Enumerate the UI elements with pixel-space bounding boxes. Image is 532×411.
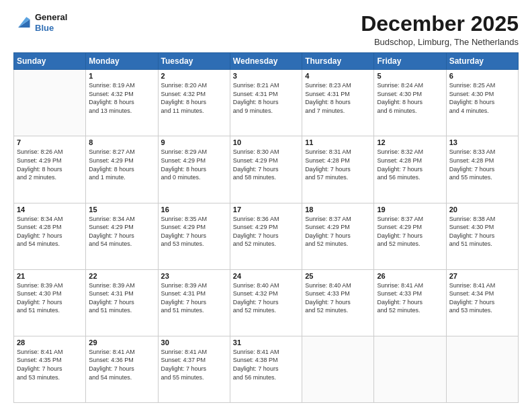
calendar-cell: 18Sunrise: 8:37 AM Sunset: 4:29 PM Dayli… [302,203,374,269]
day-number: 29 [89,338,154,347]
day-number: 7 [17,138,83,146]
calendar-week-row: 7Sunrise: 8:26 AM Sunset: 4:29 PM Daylig… [14,136,519,203]
calendar-cell: 16Sunrise: 8:35 AM Sunset: 4:29 PM Dayli… [158,203,230,269]
day-number: 6 [449,72,515,80]
day-info: Sunrise: 8:38 AM Sunset: 4:30 PM Dayligh… [449,215,515,248]
calendar-cell: 3Sunrise: 8:21 AM Sunset: 4:31 PM Daylig… [230,70,302,136]
day-number: 23 [161,272,227,280]
calendar-cell: 25Sunrise: 8:40 AM Sunset: 4:33 PM Dayli… [302,269,374,336]
calendar-cell: 12Sunrise: 8:32 AM Sunset: 4:28 PM Dayli… [374,136,446,203]
day-info: Sunrise: 8:41 AM Sunset: 4:35 PM Dayligh… [17,348,83,381]
month-title: December 2025 [361,12,519,36]
calendar-cell: 17Sunrise: 8:36 AM Sunset: 4:29 PM Dayli… [230,203,302,269]
day-number: 21 [17,272,83,280]
day-number: 17 [233,205,299,214]
day-info: Sunrise: 8:24 AM Sunset: 4:30 PM Dayligh… [377,81,443,115]
day-info: Sunrise: 8:33 AM Sunset: 4:28 PM Dayligh… [449,148,515,181]
day-number: 22 [89,272,154,280]
day-info: Sunrise: 8:27 AM Sunset: 4:29 PM Dayligh… [89,148,154,181]
calendar-cell [302,336,374,402]
calendar-cell [446,336,518,402]
calendar-cell: 10Sunrise: 8:30 AM Sunset: 4:29 PM Dayli… [230,136,302,203]
calendar-week-row: 14Sunrise: 8:34 AM Sunset: 4:28 PM Dayli… [14,203,519,269]
day-info: Sunrise: 8:39 AM Sunset: 4:31 PM Dayligh… [89,281,154,315]
day-info: Sunrise: 8:39 AM Sunset: 4:30 PM Dayligh… [17,281,83,315]
day-info: Sunrise: 8:41 AM Sunset: 4:34 PM Dayligh… [449,281,515,315]
calendar-cell: 19Sunrise: 8:37 AM Sunset: 4:29 PM Dayli… [374,203,446,269]
calendar-cell: 20Sunrise: 8:38 AM Sunset: 4:30 PM Dayli… [446,203,518,269]
day-info: Sunrise: 8:34 AM Sunset: 4:28 PM Dayligh… [17,215,83,248]
calendar-cell: 9Sunrise: 8:29 AM Sunset: 4:29 PM Daylig… [158,136,230,203]
calendar-cell: 24Sunrise: 8:40 AM Sunset: 4:32 PM Dayli… [230,269,302,336]
calendar-cell: 21Sunrise: 8:39 AM Sunset: 4:30 PM Dayli… [14,269,86,336]
calendar-cell: 23Sunrise: 8:39 AM Sunset: 4:31 PM Dayli… [158,269,230,336]
subtitle: Budschop, Limburg, The Netherlands [361,37,519,47]
title-block: December 2025 Budschop, Limburg, The Net… [361,12,519,47]
day-info: Sunrise: 8:19 AM Sunset: 4:32 PM Dayligh… [89,81,154,115]
calendar-cell: 2Sunrise: 8:20 AM Sunset: 4:32 PM Daylig… [158,70,230,136]
day-number: 3 [233,72,299,80]
page: General Blue December 2025 Budschop, Lim… [0,0,532,411]
calendar-cell: 22Sunrise: 8:39 AM Sunset: 4:31 PM Dayli… [86,269,158,336]
day-info: Sunrise: 8:31 AM Sunset: 4:28 PM Dayligh… [305,148,371,181]
day-info: Sunrise: 8:41 AM Sunset: 4:33 PM Dayligh… [377,281,443,315]
header: General Blue December 2025 Budschop, Lim… [13,12,519,47]
day-info: Sunrise: 8:21 AM Sunset: 4:31 PM Dayligh… [233,81,299,115]
calendar-cell: 30Sunrise: 8:41 AM Sunset: 4:37 PM Dayli… [158,336,230,402]
calendar-cell: 14Sunrise: 8:34 AM Sunset: 4:28 PM Dayli… [14,203,86,269]
day-info: Sunrise: 8:32 AM Sunset: 4:28 PM Dayligh… [377,148,443,181]
calendar-week-row: 21Sunrise: 8:39 AM Sunset: 4:30 PM Dayli… [14,269,519,336]
day-number: 1 [89,72,154,80]
calendar-cell: 26Sunrise: 8:41 AM Sunset: 4:33 PM Dayli… [374,269,446,336]
day-info: Sunrise: 8:25 AM Sunset: 4:30 PM Dayligh… [449,81,515,115]
calendar-cell: 11Sunrise: 8:31 AM Sunset: 4:28 PM Dayli… [302,136,374,203]
day-number: 18 [305,205,371,214]
day-number: 14 [17,205,83,214]
day-info: Sunrise: 8:41 AM Sunset: 4:37 PM Dayligh… [161,348,227,381]
day-info: Sunrise: 8:40 AM Sunset: 4:33 PM Dayligh… [305,281,371,315]
header-sunday: Sunday [14,53,86,70]
day-number: 26 [377,272,443,280]
calendar-cell: 6Sunrise: 8:25 AM Sunset: 4:30 PM Daylig… [446,70,518,136]
day-info: Sunrise: 8:36 AM Sunset: 4:29 PM Dayligh… [233,215,299,248]
calendar-cell: 1Sunrise: 8:19 AM Sunset: 4:32 PM Daylig… [86,70,158,136]
day-info: Sunrise: 8:37 AM Sunset: 4:29 PM Dayligh… [377,215,443,248]
day-info: Sunrise: 8:41 AM Sunset: 4:38 PM Dayligh… [233,348,299,381]
day-number: 10 [233,138,299,146]
calendar-cell: 29Sunrise: 8:41 AM Sunset: 4:36 PM Dayli… [86,336,158,402]
header-wednesday: Wednesday [230,53,302,70]
day-info: Sunrise: 8:23 AM Sunset: 4:31 PM Dayligh… [305,81,371,115]
day-number: 11 [305,138,371,146]
calendar-cell: 27Sunrise: 8:41 AM Sunset: 4:34 PM Dayli… [446,269,518,336]
day-info: Sunrise: 8:40 AM Sunset: 4:32 PM Dayligh… [233,281,299,315]
calendar-cell: 15Sunrise: 8:34 AM Sunset: 4:29 PM Dayli… [86,203,158,269]
day-info: Sunrise: 8:35 AM Sunset: 4:29 PM Dayligh… [161,215,227,248]
logo-line2: Blue [35,23,67,34]
calendar-cell [374,336,446,402]
calendar-week-row: 28Sunrise: 8:41 AM Sunset: 4:35 PM Dayli… [14,336,519,402]
logo: General Blue [13,12,67,33]
day-info: Sunrise: 8:26 AM Sunset: 4:29 PM Dayligh… [17,148,83,181]
calendar-table: SundayMondayTuesdayWednesdayThursdayFrid… [13,52,519,403]
day-number: 15 [89,205,154,214]
day-number: 12 [377,138,443,146]
calendar-cell: 13Sunrise: 8:33 AM Sunset: 4:28 PM Dayli… [446,136,518,203]
day-number: 30 [161,338,227,347]
day-number: 4 [305,72,371,80]
header-tuesday: Tuesday [158,53,230,70]
calendar-cell: 7Sunrise: 8:26 AM Sunset: 4:29 PM Daylig… [14,136,86,203]
day-number: 19 [377,205,443,214]
calendar-cell: 28Sunrise: 8:41 AM Sunset: 4:35 PM Dayli… [14,336,86,402]
day-info: Sunrise: 8:39 AM Sunset: 4:31 PM Dayligh… [161,281,227,315]
header-saturday: Saturday [446,53,518,70]
day-number: 9 [161,138,227,146]
calendar-cell [14,70,86,136]
day-number: 24 [233,272,299,280]
header-friday: Friday [374,53,446,70]
day-number: 28 [17,338,83,347]
day-info: Sunrise: 8:30 AM Sunset: 4:29 PM Dayligh… [233,148,299,181]
day-number: 31 [233,338,299,347]
day-number: 2 [161,72,227,80]
logo-line1: General [35,12,67,23]
day-number: 16 [161,205,227,214]
